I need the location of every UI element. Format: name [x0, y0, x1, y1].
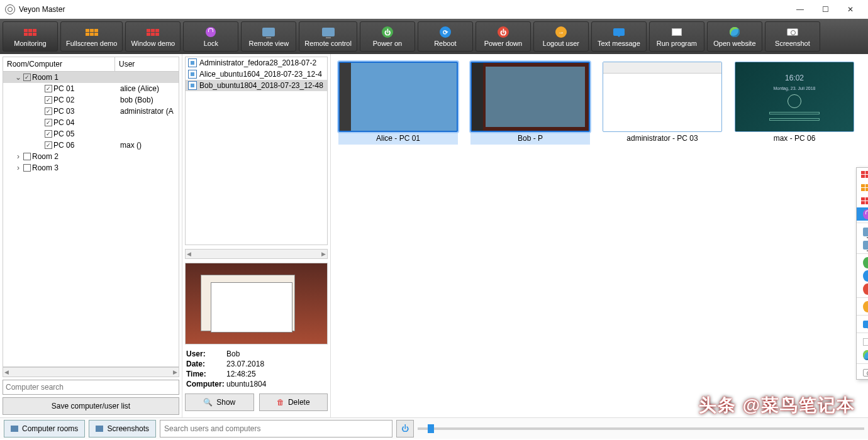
- ctx-power-on[interactable]: Power on: [857, 256, 868, 269]
- zoom-slider[interactable]: [418, 427, 864, 430]
- run-icon: [863, 338, 868, 346]
- trash-icon: 🗑: [277, 398, 284, 407]
- computer-thumb[interactable]: Bob - P: [470, 62, 590, 145]
- ctx-power-down[interactable]: Power down: [857, 282, 868, 295]
- save-list-button[interactable]: Save computer/user list: [3, 397, 179, 415]
- tool-screenshot[interactable]: Screenshot: [765, 21, 820, 52]
- tree-header: Room/Computer User: [3, 57, 179, 72]
- tool-window-demo[interactable]: Window demo: [125, 21, 181, 52]
- checkbox[interactable]: ✓: [45, 141, 52, 149]
- delete-button[interactable]: 🗑Delete: [259, 393, 328, 411]
- ctx-open-website[interactable]: Open website: [857, 348, 868, 361]
- close-button[interactable]: ✕: [843, 2, 858, 17]
- room-computer-panel: Room/Computer User ⌄ ✓ Room 1 ✓ PC 01 al…: [0, 54, 182, 417]
- image-file-icon: [188, 81, 197, 90]
- checkbox[interactable]: [23, 153, 31, 160]
- expander-icon[interactable]: ⌄: [14, 73, 22, 82]
- checkbox[interactable]: ✓: [45, 107, 52, 115]
- ctx-lock[interactable]: Lock: [857, 207, 868, 221]
- tree-row[interactable]: ✓ PC 05: [3, 128, 179, 140]
- tree-col-user[interactable]: User: [115, 57, 138, 71]
- checkbox[interactable]: ✓: [23, 74, 31, 81]
- ctx-remote-control[interactable]: Remote control: [857, 238, 868, 251]
- room-tree[interactable]: ⌄ ✓ Room 1 ✓ PC 01 alice (Alice) ✓ PC 02…: [3, 72, 179, 367]
- tool-remote-control[interactable]: Remote control: [299, 21, 357, 52]
- separator: [857, 253, 868, 254]
- meta-row: Date:23.07.2018: [186, 360, 326, 368]
- filelist-scroll-x[interactable]: ◀▶: [185, 249, 328, 259]
- camera-icon: [96, 426, 103, 432]
- monitoring-view[interactable]: Alice - PC 01 Bob - P administrator - PC…: [331, 54, 868, 417]
- tree-row[interactable]: › Room 3: [3, 162, 179, 173]
- power-button[interactable]: ⏻: [396, 420, 414, 437]
- computer-search-input[interactable]: [3, 380, 179, 395]
- tool-power-on[interactable]: ⏻Power on: [360, 21, 415, 52]
- ctx-screenshot[interactable]: Screenshot: [857, 366, 868, 379]
- tool-text-message[interactable]: Text message: [591, 21, 647, 52]
- tree-label: Room 1: [32, 73, 58, 82]
- computer-thumb[interactable]: 16:02Montag, 23. Juli 2018 max - PC 06: [735, 62, 854, 145]
- tool-logout-user[interactable]: →Logout user: [533, 21, 589, 52]
- checkbox[interactable]: ✓: [45, 85, 52, 92]
- meta-row: Time:12:48:25: [186, 370, 326, 378]
- msg-icon: [863, 320, 868, 329]
- tree-col-room[interactable]: Room/Computer: [3, 57, 115, 71]
- tree-row[interactable]: ✓ PC 01 alice (Alice): [3, 83, 179, 94]
- maximize-button[interactable]: ☐: [818, 2, 833, 17]
- ctx-text-message[interactable]: Text message: [857, 317, 868, 331]
- expander-icon[interactable]: ›: [14, 152, 22, 161]
- tree-row[interactable]: ✓ PC 02 bob (Bob): [3, 94, 179, 106]
- tree-label: PC 02: [53, 96, 74, 104]
- tool-monitoring[interactable]: Monitoring: [3, 21, 58, 52]
- thumb-caption: administrator - PC 03: [603, 132, 722, 145]
- ctx-reboot[interactable]: Reboot: [857, 269, 868, 282]
- tool-remote-view[interactable]: Remote view: [241, 21, 296, 52]
- tree-row[interactable]: ✓ PC 06 max (): [3, 140, 179, 151]
- tool-power-down[interactable]: ⏻Power down: [476, 21, 531, 52]
- ctx-run-program[interactable]: Run program: [857, 335, 868, 348]
- computer-thumb[interactable]: Alice - PC 01: [338, 62, 458, 145]
- tree-row[interactable]: › Room 2: [3, 151, 179, 162]
- show-button[interactable]: 🔍Show: [185, 393, 254, 411]
- tree-row[interactable]: ⌄ ✓ Room 1: [3, 72, 179, 83]
- expander-icon[interactable]: ›: [14, 163, 22, 172]
- tree-label: PC 04: [53, 118, 74, 127]
- tool-reboot[interactable]: ⟳Reboot: [418, 21, 473, 52]
- thumb-image[interactable]: 16:02Montag, 23. Juli 2018: [735, 62, 854, 132]
- file-row[interactable]: Administrator_fedora28_2018-07-2: [186, 57, 327, 69]
- checkbox[interactable]: ✓: [45, 119, 52, 126]
- computer-thumb[interactable]: administrator - PC 03: [603, 62, 722, 145]
- screenshot-list[interactable]: Administrator_fedora28_2018-07-2Alice_ub…: [185, 57, 328, 245]
- tree-row[interactable]: ✓ PC 03 administrator (A: [3, 106, 179, 117]
- thumb-image[interactable]: [603, 62, 722, 132]
- checkbox[interactable]: ✓: [45, 96, 52, 104]
- cam-icon: [786, 26, 799, 38]
- global-search-input[interactable]: [160, 420, 392, 437]
- tool-open-website[interactable]: Open website: [707, 21, 762, 52]
- tab-screenshots[interactable]: Screenshots: [89, 420, 156, 437]
- screenshot-preview: [185, 263, 328, 344]
- tree-scroll-x[interactable]: ◀▶: [3, 367, 179, 377]
- checkbox[interactable]: [23, 164, 31, 172]
- tree-row[interactable]: ✓ PC 04: [3, 117, 179, 128]
- file-row[interactable]: Bob_ubuntu1804_2018-07-23_12-48: [186, 80, 327, 91]
- ctx-fullscreen-demo[interactable]: Fullscreen demo: [857, 181, 868, 194]
- search-icon: 🔍: [203, 398, 213, 407]
- tiles-icon: [23, 26, 37, 38]
- lock-icon: [204, 26, 218, 38]
- ctx-window-demo[interactable]: Window demo: [857, 194, 868, 207]
- tab-computer-rooms[interactable]: Computer rooms: [4, 420, 85, 437]
- ctx-remote-view[interactable]: Remote view: [857, 225, 868, 238]
- ctx-logout-user[interactable]: Logout user: [857, 300, 868, 313]
- thumb-image[interactable]: [338, 62, 458, 132]
- ctx-monitoring[interactable]: Monitoring: [857, 168, 868, 181]
- tool-run-program[interactable]: Run program: [649, 21, 704, 52]
- thumb-image[interactable]: [470, 62, 590, 132]
- file-row[interactable]: Alice_ubuntu1604_2018-07-23_12-4: [186, 69, 327, 80]
- minimize-button[interactable]: —: [793, 2, 808, 17]
- tool-fullscreen-demo[interactable]: Fullscreen demo: [60, 21, 123, 52]
- tool-lock[interactable]: Lock: [183, 21, 238, 52]
- screen-icon: [321, 26, 335, 38]
- tree-user: max (): [118, 141, 179, 150]
- checkbox[interactable]: ✓: [45, 130, 52, 138]
